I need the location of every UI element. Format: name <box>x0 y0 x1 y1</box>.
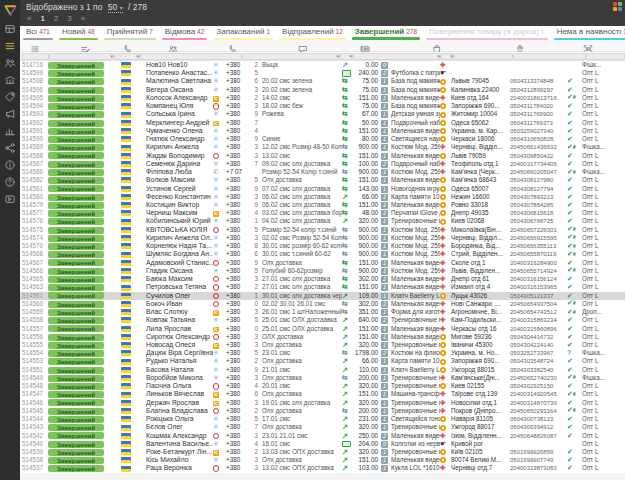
clients-icon[interactable] <box>0 54 20 71</box>
ukraine-flag-icon <box>121 87 131 93</box>
table-row[interactable]: 514576ЗавершенийКобилинський Юрий✳+38010… <box>20 217 625 225</box>
order-id: 514575 <box>20 226 48 234</box>
filter-input-10[interactable] <box>586 53 625 60</box>
filter-input-2[interactable]: ▾ <box>114 53 140 60</box>
tab-new[interactable]: Новий48 <box>56 26 101 40</box>
info-icon[interactable] <box>0 156 20 173</box>
filter-input-5[interactable]: ▾ <box>340 53 353 60</box>
tab-sent[interactable]: Відправлений12 <box>276 26 349 40</box>
table-row[interactable]: 514589ЗавершенийКирилич Анжела✳+380312.0… <box>20 143 625 151</box>
table-row[interactable]: 514545ЗавершенийБлагіна Владіслава+3802О… <box>20 407 625 415</box>
app-logo-icon[interactable] <box>0 0 20 20</box>
stats-icon[interactable] <box>0 122 20 139</box>
table-row[interactable]: 514581ЗавершенийУстинов Сергей✳+380907.0… <box>20 185 625 193</box>
tab-declined[interactable]: Відмова42 <box>159 26 211 40</box>
table-row[interactable]: 514599ЗавершенийПотапенко Анастас...✳+38… <box>20 69 625 77</box>
table-row[interactable]: 514568ЗавершенийШумляс Богдана Ан...✳+38… <box>20 250 625 258</box>
table-row[interactable]: 514554ЗавершенийДацюк Віра Сергіївна✳+38… <box>20 349 625 357</box>
table-row[interactable]: 514577ЗавершенийЧерниш Максимlc+380403.0… <box>20 209 625 217</box>
table-row[interactable]: 514539ЗавершенийРоке-Бетанкурт Лін...lc+… <box>20 448 625 456</box>
table-row[interactable]: 514549ЗавершенийВоробйов Микола✳+3803Олх… <box>20 374 625 382</box>
table-row[interactable]: 514543ЗавершенийБєлов Олег✳+3807Олх дост… <box>20 423 625 431</box>
dashboard-icon[interactable] <box>0 20 20 37</box>
filter-input-7[interactable]: ▾ <box>441 53 454 60</box>
first-page-button[interactable]: « <box>27 14 31 23</box>
filter-input-8[interactable] <box>454 53 513 60</box>
table-row[interactable]: 514547ЗавершенийЛиньков Вячеславlc+3806О… <box>20 390 625 398</box>
table-row[interactable]: 514570ЗавершенийКорнелюк Надія Та...✳+38… <box>20 242 625 250</box>
status-badge: Завершений <box>48 111 104 118</box>
page-button-1[interactable]: 1 <box>40 14 44 23</box>
table-row[interactable]: 514557ЗавершенийЛила Ярославlc+380025.01… <box>20 325 625 333</box>
table-row[interactable]: 514546ЗавершенийДержач Ярославlc+380319.… <box>20 399 625 407</box>
table-row[interactable]: 514588ЗавершенийЖидак Володимир+380313.0… <box>20 152 625 160</box>
table-row[interactable]: 514575ЗавершенийКВІТОВСЬКА ЮЛІЯ+3805Розм… <box>20 226 625 234</box>
table-row[interactable]: 514592ЗавершенийМерклингер Андрейlc+3807… <box>20 119 625 127</box>
bank-icon[interactable] <box>0 71 20 88</box>
table-row[interactable]: 514544ЗавершенийРокіцька Ольга✳+380517.0… <box>20 415 625 423</box>
table-row[interactable]: 514586ЗавершенийФіліпова Люба✆+7 07Розмі… <box>20 168 625 176</box>
status-badge: Завершений <box>48 416 104 423</box>
table-row[interactable]: 514553ЗавершенийРудько Наталья✳+3802Олх … <box>20 357 625 365</box>
table-row[interactable]: 514590ЗавершенийГнатюк Олександр✳+3809Си… <box>20 135 625 143</box>
table-row[interactable]: 514591ЗавершенийЧумаченко Олена✳+3804⇆15… <box>20 127 625 135</box>
filter-input-0[interactable] <box>21 53 49 60</box>
tab-accepted[interactable]: Прийнятий7 <box>101 26 159 40</box>
cod-arrows-icon: ⇆ <box>342 201 348 208</box>
table-row[interactable]: 514537ЗавершенийРаца Вероніка+380313.02 … <box>20 464 625 472</box>
table-row[interactable]: 514716ЗавершенийНов10 Нов10✳+3802Выца↗0.… <box>20 61 625 69</box>
table-row[interactable]: 514558ЗавершенийКовпак Татьяна✳+380525.0… <box>20 316 625 324</box>
megaphone-icon[interactable] <box>0 105 20 122</box>
table-row[interactable]: 514565ЗавершенийБаюка Максим+380327.01 с… <box>20 275 625 283</box>
table-row[interactable]: 514538ЗавершенийКісь Михайло✳+3803Олх до… <box>20 456 625 464</box>
help-icon[interactable] <box>0 173 20 190</box>
table-row[interactable]: 514567ЗавершенийАдамовский Станис...+380… <box>20 259 625 267</box>
table-row[interactable]: 514548ЗавершенийПасічна Ольга+380420.01 … <box>20 382 625 390</box>
nova-poshta-icon <box>440 359 446 365</box>
table-row[interactable]: 514556ЗавершенийСиротюк Олександр+3803ОЛ… <box>20 333 625 341</box>
last-page-button[interactable]: » <box>81 14 85 23</box>
table-row[interactable]: 514582ЗавершенийВолков Максим✳+3805Олх д… <box>20 176 625 184</box>
tab-returning[interactable]: Повернення товару (в дорозі)0 <box>423 26 551 40</box>
table-row[interactable]: 514595ЗавершенийКолосок Александрlc+3802… <box>20 94 625 102</box>
video-icon[interactable] <box>0 190 20 207</box>
phone-number: +380 <box>226 300 249 308</box>
table-row[interactable]: 514580ЗавершенийФесенко Константин✳+3803… <box>20 193 625 201</box>
filter-input-9[interactable] <box>513 53 586 60</box>
integrations-icon[interactable] <box>0 139 20 156</box>
filter-input-3[interactable] <box>140 53 242 60</box>
orders-icon[interactable] <box>0 37 20 54</box>
pickup-hand-icon: ☛ <box>440 69 446 76</box>
table-row[interactable]: 514560ЗавершенийБокоч Иван+380002.02 30.… <box>20 300 625 308</box>
filter-input-6[interactable]: ▾ <box>353 53 441 60</box>
per-page-dropdown[interactable]: 50 ▾ <box>108 2 123 13</box>
table-row[interactable]: 514561ЗавершенийСучилов Олег+380130.01 с… <box>20 292 625 300</box>
table-row[interactable]: 514559ЗавершенийВлас Слотюуlc+380326.01 … <box>20 308 625 316</box>
table-row[interactable]: 514594ЗавершенийКомпанец Юля+380318.02 с… <box>20 102 625 110</box>
filter-input-1[interactable]: ▾ <box>49 53 114 60</box>
apps-icon[interactable] <box>613 2 622 11</box>
table-row[interactable]: 514596ЗавершенийВегера Оксана✳+380320.02… <box>20 86 625 94</box>
table-row[interactable]: 514579ЗавершенийКостицин Виктор✳+380906.… <box>20 201 625 209</box>
table-row[interactable]: 514574ЗавершенийКирилич Анжела Ол...✳+38… <box>20 234 625 242</box>
filter-input-4[interactable]: ▾ <box>242 53 340 60</box>
tab-all[interactable]: Всі471 <box>20 26 56 40</box>
table-row[interactable]: 514540ЗавершенийВалентина Василье...✳+38… <box>20 440 625 448</box>
table-row[interactable]: 514563ЗавершенийПетровська Тетяна+380227… <box>20 283 625 291</box>
table-row[interactable]: 514587ЗавершенийСеменюк Дарина✳+380709.0… <box>20 160 625 168</box>
table-row[interactable]: 514593ЗавершенийСольська Ірина✳+3809Роже… <box>20 110 625 118</box>
delivery-city: Кривой рог <box>451 440 510 448</box>
tab-completed[interactable]: Завершений278 <box>349 26 423 40</box>
product-name: Маленькая видеокамера SQ8 *... <box>391 300 440 308</box>
table-row[interactable]: 514598ЗавершенийМалютина Светлана✳+38062… <box>20 77 625 85</box>
table-row[interactable]: 514566ЗавершенийГладик Оксана✳+3805Голуб… <box>20 267 625 275</box>
tab-packed[interactable]: Запакований1 <box>210 26 276 40</box>
page-button-2[interactable]: 2 <box>54 14 58 23</box>
table-row[interactable]: 514551ЗавершенийБасова Наталя✳+380921.01… <box>20 366 625 374</box>
page-button-3[interactable]: 3 <box>67 14 71 23</box>
status-badge: Завершений <box>48 441 104 448</box>
table-row[interactable]: 514542ЗавершенийКошмак Александр+380323.… <box>20 432 625 440</box>
sales-tag-icon[interactable] <box>0 88 20 105</box>
tab-out-of-stock[interactable]: Нема в наявності1 <box>551 26 625 40</box>
table-row[interactable]: 514555ЗавершенийНовосад Олесяlc+3803Олх … <box>20 341 625 349</box>
